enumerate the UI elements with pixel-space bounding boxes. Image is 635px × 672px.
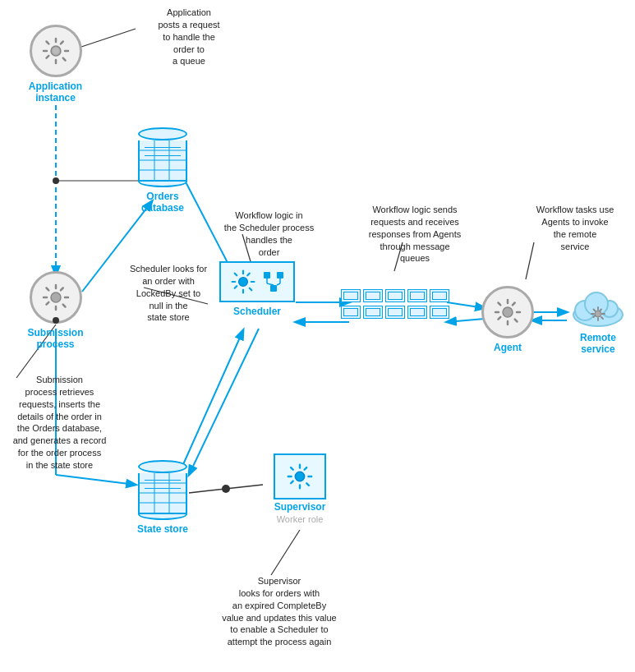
statestore-to-scheduler-line xyxy=(181,330,243,470)
svg-rect-10 xyxy=(277,272,283,278)
state-store-db-top xyxy=(138,460,187,473)
message-queue-group xyxy=(341,289,449,319)
queue-item-9 xyxy=(407,306,427,319)
orders-db-top xyxy=(138,127,187,140)
submission-process-node: Submissionprocess xyxy=(16,271,94,351)
orders-db-icon xyxy=(138,127,187,187)
svg-point-21 xyxy=(595,311,601,317)
queue-item-4 xyxy=(407,289,427,302)
application-label: Applicationinstance xyxy=(29,81,82,104)
statestore-supervisor-dot xyxy=(223,486,229,492)
svg-rect-9 xyxy=(264,272,270,278)
remote-service-label: Remoteservice xyxy=(580,332,616,356)
submission-gear-icon xyxy=(30,271,82,324)
state-store-db-icon xyxy=(138,460,187,520)
workflow-scheduler-annotation: Workflow logic inthe Scheduler processha… xyxy=(218,209,320,258)
queue-item-7 xyxy=(363,306,383,319)
agent-node: Agent xyxy=(475,286,541,353)
queue-rows xyxy=(341,289,449,319)
remote-service-node: Remoteservice xyxy=(565,286,631,356)
app-post-annotation: Applicationposts a requestto handle theo… xyxy=(136,7,242,67)
svg-line-15 xyxy=(277,283,280,285)
cloud-icon xyxy=(568,286,628,329)
scheduler-label: Scheduler xyxy=(233,306,281,317)
diagram-container: Applicationinstance Applicationposts a r… xyxy=(0,0,635,672)
scheduler-box xyxy=(219,261,295,302)
svg-point-16 xyxy=(503,307,513,317)
svg-rect-11 xyxy=(270,285,277,292)
orders-database-node: Ordersdatabase xyxy=(130,127,196,214)
state-store-db-body xyxy=(138,473,187,514)
queue-item-8 xyxy=(385,306,405,319)
supervisor-annotation-line xyxy=(271,530,300,575)
application-gear-icon xyxy=(30,25,82,77)
queue-item-1 xyxy=(341,289,361,302)
orders-db-body xyxy=(138,140,187,182)
state-store-node: State store xyxy=(130,460,196,535)
queue-item-10 xyxy=(430,306,449,319)
svg-point-1 xyxy=(53,48,59,54)
workflow-remote-annotation: Workflow tasks useAgents to invokethe re… xyxy=(522,204,628,252)
application-instance-node: Applicationinstance xyxy=(16,25,94,104)
orders-db-label: Ordersdatabase xyxy=(141,191,184,214)
queue-item-6 xyxy=(341,306,361,319)
supervisor-label: Supervisor xyxy=(274,501,326,513)
scheduler-node: Scheduler xyxy=(212,261,302,317)
statestore-to-supervisor-line xyxy=(189,485,263,493)
app-submission-midpoint-dot xyxy=(53,177,59,184)
queue-row-1 xyxy=(341,289,449,302)
worker-role-label: Worker role xyxy=(277,514,324,525)
state-store-label: State store xyxy=(137,523,188,535)
submission-annotation: Submissionprocess retrievesrequests, ins… xyxy=(0,374,119,472)
scheduler-looks-annotation: Scheduler looks foran order withLockedBy… xyxy=(119,263,218,324)
queue-row-2 xyxy=(341,306,449,319)
workflow-queue-annotation: Workflow logic sendsrequests and receive… xyxy=(357,204,472,265)
svg-line-13 xyxy=(267,283,274,285)
svg-point-7 xyxy=(51,292,61,302)
supervisor-annotation: Supervisorlooks for orders withan expire… xyxy=(197,575,361,648)
scheduler-to-statestore-line xyxy=(189,329,259,475)
queue-item-2 xyxy=(363,289,383,302)
agent-gear-icon xyxy=(481,286,534,338)
svg-point-27 xyxy=(295,472,304,481)
queue-item-3 xyxy=(385,289,405,302)
queue-item-5 xyxy=(430,289,449,302)
supervisor-box xyxy=(274,453,326,499)
submission-label: Submissionprocess xyxy=(27,327,83,351)
agent-label: Agent xyxy=(494,342,522,353)
submission-to-statestore-h xyxy=(56,475,136,485)
supervisor-node: Supervisor Worker role xyxy=(259,453,341,526)
svg-point-29 xyxy=(222,485,230,493)
svg-point-8 xyxy=(239,278,248,287)
